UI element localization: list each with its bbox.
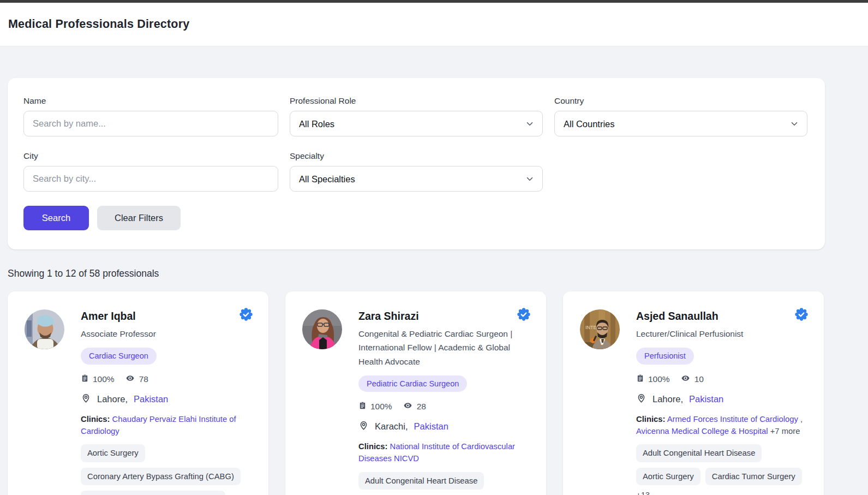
professional-name: Asjed Sanaullah bbox=[636, 309, 807, 323]
eye-icon bbox=[125, 374, 135, 385]
views-stat: 10 bbox=[680, 374, 704, 385]
verified-badge-icon bbox=[517, 308, 530, 321]
avatar-photo: INTER bbox=[580, 309, 620, 349]
specialty-tag: Adult Congenital Heart Disease bbox=[358, 472, 484, 490]
views-stat: 28 bbox=[403, 401, 426, 412]
specialty-tags: Adult Congenital Heart DiseaseAortic Sur… bbox=[636, 444, 807, 495]
professional-title: Congenital & Pediatric Cardiac Surgeon |… bbox=[358, 327, 530, 368]
verified-badge-icon bbox=[240, 308, 253, 321]
city-text: Lahore, bbox=[653, 394, 683, 404]
role-select[interactable]: All Roles bbox=[290, 111, 543, 136]
views-stat: 78 bbox=[125, 374, 148, 385]
country-link[interactable]: Pakistan bbox=[134, 394, 168, 404]
location-row: Lahore,Pakistan bbox=[636, 392, 807, 406]
professional-title: Lecturer/Clinical Perfusionist bbox=[636, 327, 807, 341]
country-link[interactable]: Pakistan bbox=[689, 394, 723, 404]
name-label: Name bbox=[23, 96, 278, 106]
location-pin-icon bbox=[358, 420, 369, 433]
eye-icon bbox=[403, 401, 413, 412]
verified-badge-icon bbox=[795, 308, 808, 321]
specialty-tag: Valve Surgery (Repair/Replacement) bbox=[81, 491, 225, 495]
avatar-photo bbox=[25, 309, 64, 349]
location-row: Lahore,Pakistan bbox=[81, 392, 252, 406]
specialty-tag: Cardiac Tumor Surgery bbox=[705, 468, 802, 485]
name-field-group: Name bbox=[23, 96, 278, 136]
clinics-more-text: +7 more bbox=[770, 427, 800, 436]
professional-cards-grid: Amer IqbalAssociate ProfessorCardiac Sur… bbox=[8, 291, 825, 495]
location-pin-icon bbox=[81, 392, 91, 406]
clinics-label: Clinics: bbox=[81, 415, 110, 424]
location-pin-icon bbox=[636, 392, 646, 406]
professional-card[interactable]: Amer IqbalAssociate ProfessorCardiac Sur… bbox=[8, 291, 268, 495]
professional-card[interactable]: INTERAsjed SanaullahLecturer/Clinical Pe… bbox=[563, 291, 824, 495]
specialty-tag: Aortic Surgery bbox=[636, 468, 701, 485]
specialty-tag: Adult Congenital Heart Disease bbox=[636, 444, 762, 462]
professional-name: Zara Shirazi bbox=[358, 309, 530, 323]
completion-value: 100% bbox=[648, 374, 670, 384]
role-badge: Cardiac Surgeon bbox=[81, 348, 157, 365]
page-title: Medical Professionals Directory bbox=[8, 17, 189, 31]
clinics-line: Clinics: Armed Forces Institute of Cardi… bbox=[636, 413, 807, 437]
page-header: Medical Professionals Directory bbox=[0, 3, 868, 46]
name-search-input[interactable] bbox=[23, 111, 278, 136]
city-label: City bbox=[23, 151, 278, 161]
clipboard-icon bbox=[636, 374, 644, 385]
professional-name: Amer Iqbal bbox=[81, 309, 252, 323]
city-field-group: City bbox=[23, 151, 278, 192]
clinic-link[interactable]: Avicenna Medical College & Hospital bbox=[636, 427, 768, 436]
clinics-label: Clinics: bbox=[636, 415, 665, 424]
specialty-tags: Aortic SurgeryCoronary Artery Bypass Gra… bbox=[81, 444, 252, 495]
specialty-label: Specialty bbox=[290, 151, 543, 161]
clear-filters-button[interactable]: Clear Filters bbox=[97, 206, 181, 230]
city-text: Karachi, bbox=[375, 421, 408, 432]
professional-title: Associate Professor bbox=[81, 327, 252, 341]
clinic-link[interactable]: Armed Forces Institute of Cardiology bbox=[667, 415, 798, 424]
clinics-line: Clinics: Chaudary Pervaiz Elahi Institut… bbox=[81, 413, 252, 437]
views-value: 28 bbox=[417, 402, 426, 411]
role-field-group: Professional Role All Roles bbox=[290, 96, 543, 136]
specialties-more-text: +13 bbox=[636, 491, 650, 495]
results-summary: Showing 1 to 12 of 58 professionals bbox=[8, 268, 825, 279]
profile-completion-stat: 100% bbox=[636, 374, 670, 385]
specialty-select[interactable]: All Specialties bbox=[290, 166, 543, 192]
clinic-separator: , bbox=[800, 415, 803, 424]
profile-completion-stat: 100% bbox=[81, 374, 115, 385]
profile-completion-stat: 100% bbox=[358, 401, 392, 412]
specialty-tag: Aortic Surgery bbox=[81, 444, 145, 462]
stats-row: 100%10 bbox=[636, 374, 807, 385]
country-select[interactable]: All Countries bbox=[554, 111, 807, 136]
country-field-group: Country All Countries bbox=[554, 96, 807, 136]
views-value: 78 bbox=[139, 374, 148, 384]
city-text: Lahore, bbox=[97, 394, 128, 404]
professional-card[interactable]: Zara ShiraziCongenital & Pediatric Cardi… bbox=[285, 291, 546, 495]
clinics-line: Clinics: National Institute of Cardiovas… bbox=[358, 440, 530, 464]
clinics-label: Clinics: bbox=[358, 442, 387, 451]
eye-icon bbox=[680, 374, 691, 385]
specialty-field-group: Specialty All Specialties bbox=[290, 151, 543, 192]
stats-row: 100%28 bbox=[358, 401, 530, 412]
views-value: 10 bbox=[695, 374, 704, 384]
stats-row: 100%78 bbox=[81, 374, 252, 385]
clipboard-icon bbox=[358, 401, 367, 412]
role-label: Professional Role bbox=[290, 96, 543, 106]
specialty-tags: Adult Congenital Heart DiseaseCongenital… bbox=[358, 472, 530, 495]
filter-panel: Name Professional Role All Roles Country… bbox=[8, 78, 825, 249]
country-label: Country bbox=[554, 96, 807, 106]
role-badge: Pediatric Cardiac Surgeon bbox=[358, 375, 467, 392]
role-badge: Perfusionist bbox=[636, 348, 694, 365]
country-link[interactable]: Pakistan bbox=[414, 421, 448, 432]
city-search-input[interactable] bbox=[23, 166, 278, 192]
location-row: Karachi,Pakistan bbox=[358, 420, 530, 433]
search-button[interactable]: Search bbox=[23, 206, 89, 230]
specialty-tag: Coronary Artery Bypass Grafting (CABG) bbox=[81, 468, 241, 485]
completion-value: 100% bbox=[93, 374, 115, 384]
completion-value: 100% bbox=[370, 402, 392, 411]
clipboard-icon bbox=[81, 374, 89, 385]
avatar-photo bbox=[302, 309, 342, 349]
